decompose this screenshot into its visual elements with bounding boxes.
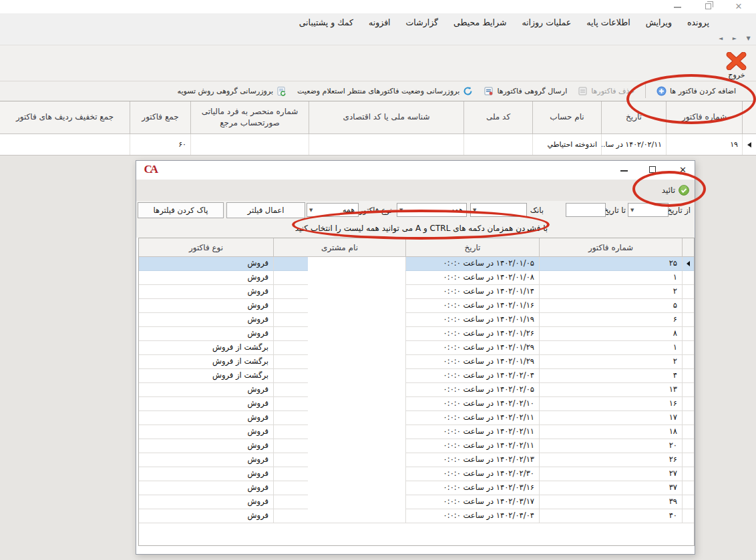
dialog-row-indicator [682,257,694,270]
dialog-cell-invoice-no: ۸ [539,327,682,340]
dialog-cell-invoice-no: ۳۹ [539,495,682,509]
dialog-cell-type: فروش [139,453,273,467]
chevron-down-icon[interactable]: ▼ [309,208,313,213]
dialog-cell-date: ۱۴۰۲/۰۴/۰۴ در ساعت ۰:۰:۰ [405,509,539,523]
dialog-cell-type: فروش [139,271,273,284]
ca-logo: CA [144,163,156,176]
update-settlement-button[interactable]: بروزرسانی گروهی روش تسویه [178,81,287,101]
dialog-cell-date: ۱۴۰۲/۰۲/۱۰ در ساعت ۰:۰:۰ [405,397,539,410]
dialog-table-row[interactable]: ۳۹ ۱۴۰۲/۰۳/۱۷ در ساعت ۰:۰:۰ فروش [139,495,694,509]
dialog-toolbar: تائید [136,180,695,201]
dialog-table-row[interactable]: ۲۵ ۱۴۰۲/۰۱/۰۵ در ساعت ۰:۰:۰ فروش [139,257,694,271]
dialog-cell-invoice-no: ۲۵ [539,257,682,270]
dialog-table-row[interactable]: ۱۶ ۱۴۰۲/۰۲/۱۰ در ساعت ۰:۰:۰ فروش [139,397,694,411]
grid-header-national-code[interactable]: کد ملی [463,101,532,133]
update-settlement-label: بروزرسانی گروهی روش تسویه [178,87,274,95]
dialog-table-row[interactable]: ۱ ۱۴۰۲/۰۱/۲۹ در ساعت ۰:۰:۰ برگشت از فروش [139,341,694,355]
dialog-header-type[interactable]: نوع فاکتور [139,238,273,256]
dialog-cell-invoice-no: ۴ [539,369,682,382]
cell-tax-unique-no [190,134,309,155]
dialog-cell-type: فروش [139,495,273,509]
dialog-minimize-icon[interactable] [618,165,628,172]
dialog-table-row[interactable]: ۲۷ ۱۴۰۲/۰۲/۳۰ در ساعت ۰:۰:۰ فروش [139,467,694,481]
dialog-cell-type: فروش [139,425,273,439]
menu-item-reports[interactable]: گزارشات [406,17,438,27]
delete-doc-icon [578,86,588,96]
row-indicator [742,134,756,155]
dialog-title-bar: CA ✕ [136,161,695,180]
dialog-cell-date: ۱۴۰۲/۰۲/۱۱ در ساعت ۰:۰:۰ [405,425,539,439]
annotation-circle-hint [292,210,550,240]
menu-item-help-support[interactable]: كمك و پشتیبانی [299,17,353,27]
main-title-bar: ✕ [0,0,756,13]
dialog-cell-invoice-no: ۱ [539,341,682,354]
grid-header-national-id[interactable]: شناسه ملی یا کد اقتصادی [309,101,463,133]
dialog-row-indicator [682,425,694,439]
cell-national-code [463,134,532,155]
menu-item-edit[interactable]: ویرایش [646,17,672,27]
exit-icon[interactable] [726,52,747,70]
to-date-input[interactable] [566,203,606,217]
dialog-cell-type: فروش [139,257,273,270]
tab-nav-arrows[interactable]: ◄ ► ▼ [719,35,755,41]
dialog-cell-invoice-no: ۱۸ [539,425,682,439]
dialog-table-row[interactable]: ۱ ۱۴۰۲/۰۱/۰۸ در ساعت ۰:۰:۰ فروش [139,271,694,285]
grid-header-tax-unique-no[interactable]: شماره منحصر به فرد مالیاتی صورتحساب مرجع [190,101,309,133]
dialog-table-row[interactable]: ۳۷ ۱۴۰۲/۰۳/۱۶ در ساعت ۰:۰:۰ فروش [139,481,694,495]
send-group-invoices-label: ارسال گروهی فاکتورها [497,87,567,95]
dialog-table-row[interactable]: ۸ ۱۴۰۲/۰۱/۲۶ در ساعت ۰:۰:۰ فروش [139,327,694,341]
dialog-table-header: شماره فاکتور تاریخ نام مشتری نوع فاکتور [139,238,694,257]
dialog-row-indicator [682,481,694,495]
dialog-cell-invoice-no: ۲۷ [539,467,682,481]
cell-account-name: اندوخته احتیاطي [532,134,601,155]
menu-item-environment[interactable]: شرایط محیطی [453,17,506,27]
dialog-table-row[interactable]: ۱۳ ۱۴۰۲/۰۲/۰۵ در ساعت ۰:۰:۰ فروش [139,383,694,397]
dialog-cell-type: فروش [139,313,273,326]
chevron-down-icon[interactable]: ▼ [630,208,634,213]
dialog-table-row[interactable]: ۲۶ ۱۴۰۲/۰۲/۱۳ در ساعت ۰:۰:۰ فروش [139,453,694,467]
annotation-circle-confirm [632,171,706,207]
dialog-cell-invoice-no: ۲۰ [539,439,682,453]
dialog-table-row[interactable]: ۴ ۱۴۰۲/۰۲/۰۴ در ساعت ۰:۰:۰ برگشت از فروش [139,369,694,383]
update-status-label: بروزرسانی وضعیت فاکتورهای منتظر استعلام … [297,87,459,95]
dialog-header-invoice-no[interactable]: شماره فاکتور [539,238,682,256]
dialog-header-customer[interactable]: نام مشتری [273,238,405,256]
grid-header-account-name[interactable]: نام حساب [532,101,601,133]
dialog-table-row[interactable]: ۱۸ ۱۴۰۲/۰۲/۱۱ در ساعت ۰:۰:۰ فروش [139,425,694,439]
dialog-invoices-table: شماره فاکتور تاریخ نام مشتری نوع فاکتور … [138,238,695,546]
dialog-cell-invoice-no: ۵ [539,299,682,312]
clear-filters-button[interactable]: پاک کردن فیلترها [138,202,224,218]
close-icon[interactable]: ✕ [733,2,744,11]
dialog-table-row[interactable]: ۲ ۱۴۰۲/۰۱/۱۴ در ساعت ۰:۰:۰ فروش [139,285,694,299]
menu-item-base-info[interactable]: اطلاعات پایه [586,17,630,27]
menu-item-addon[interactable]: افزونه [369,17,391,27]
dialog-header-date[interactable]: تاریخ [405,238,539,256]
dialog-cell-date: ۱۴۰۲/۰۲/۱۳ در ساعت ۰:۰:۰ [405,453,539,467]
grid-header-total[interactable]: جمع فاکتور [130,101,190,133]
menu-item-file[interactable]: پرونده [687,17,709,27]
dialog-cell-date: ۱۴۰۲/۰۳/۱۶ در ساعت ۰:۰:۰ [405,481,539,495]
menu-item-daily-operations[interactable]: عملیات روزانه [522,17,571,27]
dialog-cell-type: فروش [139,383,273,396]
dialog-table-row[interactable]: ۵ ۱۴۰۲/۰۱/۱۶ در ساعت ۰:۰:۰ فروش [139,299,694,313]
grid-header-discount-total[interactable]: جمع تخفیف ردیف های فاکتور [0,101,130,133]
update-status-button[interactable]: بروزرسانی وضعیت فاکتورهای منتظر استعلام … [297,81,473,101]
dialog-table-row[interactable]: ۱۷ ۱۴۰۲/۰۲/۱۱ در ساعت ۰:۰:۰ فروش [139,411,694,425]
dialog-cell-date: ۱۴۰۲/۰۲/۰۴ در ساعت ۰:۰:۰ [405,369,539,382]
dialog-table-row[interactable]: ۲ ۱۴۰۲/۰۱/۲۹ در ساعت ۰:۰:۰ برگشت از فروش [139,355,694,369]
dialog-row-indicator [682,355,694,368]
dialog-cell-type: برگشت از فروش [139,341,273,354]
exit-toolbar: خروج [0,45,756,81]
send-group-invoices-button[interactable]: ارسال گروهی فاکتورها [484,81,567,101]
restore-icon[interactable] [703,2,713,11]
apply-filter-button[interactable]: اعمال فیلتر [226,202,305,218]
dialog-cell-invoice-no: ۶ [539,313,682,326]
grid-data-row[interactable]: ۱۹ ۱۴۰۲/۰۲/۱۱ در سا... اندوخته احتیاطي ۶… [0,134,756,156]
minimize-icon[interactable] [672,2,683,11]
dialog-table-row[interactable]: ۴۰ ۱۴۰۲/۰۴/۰۴ در ساعت ۰:۰:۰ فروش [139,509,694,523]
dialog-table-row[interactable]: ۲۰ ۱۴۰۲/۰۲/۱۱ در ساعت ۰:۰:۰ فروش [139,439,694,453]
dialog-cell-invoice-no: ۱۶ [539,397,682,410]
dialog-cell-type: برگشت از فروش [139,369,273,382]
dialog-table-row[interactable]: ۶ ۱۴۰۲/۰۱/۱۹ در ساعت ۰:۰:۰ فروش [139,313,694,327]
dialog-cell-type: فروش [139,299,273,312]
